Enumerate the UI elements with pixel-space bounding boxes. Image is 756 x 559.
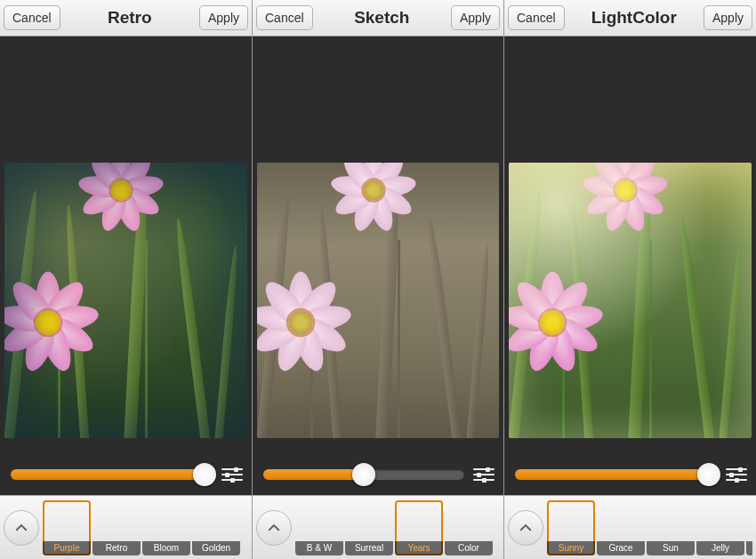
slider-row bbox=[0, 454, 252, 495]
chevron-up-icon bbox=[266, 520, 282, 536]
apply-button[interactable]: Apply bbox=[704, 5, 752, 30]
filter-thumb-label: Sunny bbox=[547, 541, 595, 555]
filter-title: Sketch bbox=[313, 8, 451, 28]
apply-button[interactable]: Apply bbox=[199, 5, 248, 30]
collapse-button[interactable] bbox=[4, 510, 39, 546]
filter-filmstrip: B & WSurrealYearsColor bbox=[253, 495, 503, 559]
canvas bbox=[504, 36, 756, 495]
adjust-icon[interactable] bbox=[726, 468, 747, 481]
filter-thumb[interactable]: Retro bbox=[92, 500, 141, 555]
photo-preview bbox=[257, 163, 499, 438]
filter-thumb[interactable]: Eleg bbox=[746, 500, 752, 555]
chevron-up-icon bbox=[518, 520, 534, 536]
filter-thumb[interactable]: Grace bbox=[597, 500, 645, 555]
filter-thumb-label: Color bbox=[445, 541, 493, 555]
filter-thumb-label: Bloom bbox=[142, 541, 190, 555]
thumbs: PurpleRetroBloomGolden bbox=[43, 500, 248, 555]
filter-filmstrip: SunnyGraceSunJellyEleg bbox=[504, 495, 756, 559]
filter-thumb-label: Surreal bbox=[345, 541, 393, 555]
filter-filmstrip: PurpleRetroBloomGolden bbox=[0, 495, 252, 559]
thumbs: SunnyGraceSunJellyEleg bbox=[547, 500, 752, 555]
photo-preview bbox=[4, 163, 247, 438]
collapse-button[interactable] bbox=[508, 510, 543, 546]
filter-thumb[interactable]: Color bbox=[445, 500, 493, 555]
filter-title: LightColor bbox=[565, 8, 704, 28]
adjust-icon[interactable] bbox=[221, 468, 243, 481]
canvas bbox=[253, 36, 503, 495]
adjust-icon[interactable] bbox=[473, 468, 495, 481]
chevron-up-icon bbox=[13, 520, 29, 536]
filter-thumb-label: Retro bbox=[92, 541, 141, 555]
editor-pane: Cancel Sketch Apply bbox=[252, 0, 503, 559]
cancel-button[interactable]: Cancel bbox=[256, 5, 313, 30]
slider-row bbox=[504, 454, 756, 495]
cancel-button[interactable]: Cancel bbox=[508, 5, 565, 30]
intensity-slider[interactable] bbox=[515, 469, 717, 480]
editor-pane: Cancel Retro Apply bbox=[0, 0, 252, 559]
canvas bbox=[0, 36, 252, 495]
filter-thumb[interactable]: Golden bbox=[192, 500, 240, 555]
filter-thumb-label: Purple bbox=[43, 541, 91, 555]
photo-preview bbox=[509, 163, 752, 438]
filter-thumb-label: Eleg bbox=[746, 541, 752, 555]
top-bar: Cancel Retro Apply bbox=[0, 0, 252, 36]
cancel-button[interactable]: Cancel bbox=[4, 5, 60, 30]
filter-thumb[interactable]: Years bbox=[395, 500, 443, 555]
collapse-button[interactable] bbox=[256, 510, 292, 546]
intensity-slider[interactable] bbox=[263, 469, 464, 480]
filter-thumb[interactable]: Sun bbox=[647, 500, 695, 555]
filter-thumb-label: Jelly bbox=[696, 541, 744, 555]
editor-pane: Cancel LightColor Apply bbox=[503, 0, 756, 559]
slider-row bbox=[253, 454, 503, 495]
filter-thumb-label: B & W bbox=[295, 541, 343, 555]
filter-thumb[interactable]: Bloom bbox=[142, 500, 190, 555]
apply-button[interactable]: Apply bbox=[451, 5, 500, 30]
filter-thumb[interactable]: Sunny bbox=[547, 500, 595, 555]
top-bar: Cancel Sketch Apply bbox=[253, 0, 503, 36]
filter-thumb[interactable]: Purple bbox=[43, 500, 91, 555]
filter-thumb-label: Grace bbox=[597, 541, 645, 555]
filter-thumb[interactable]: B & W bbox=[295, 500, 343, 555]
filter-title: Retro bbox=[60, 8, 199, 28]
filter-thumb-label: Years bbox=[395, 541, 443, 555]
filter-thumb[interactable]: Jelly bbox=[696, 500, 744, 555]
filter-thumb[interactable]: Surreal bbox=[345, 500, 393, 555]
thumbs: B & WSurrealYearsColor bbox=[295, 500, 500, 555]
intensity-slider[interactable] bbox=[11, 469, 213, 480]
filter-thumb-label: Golden bbox=[192, 541, 240, 555]
top-bar: Cancel LightColor Apply bbox=[504, 0, 756, 36]
filter-thumb-label: Sun bbox=[647, 541, 695, 555]
